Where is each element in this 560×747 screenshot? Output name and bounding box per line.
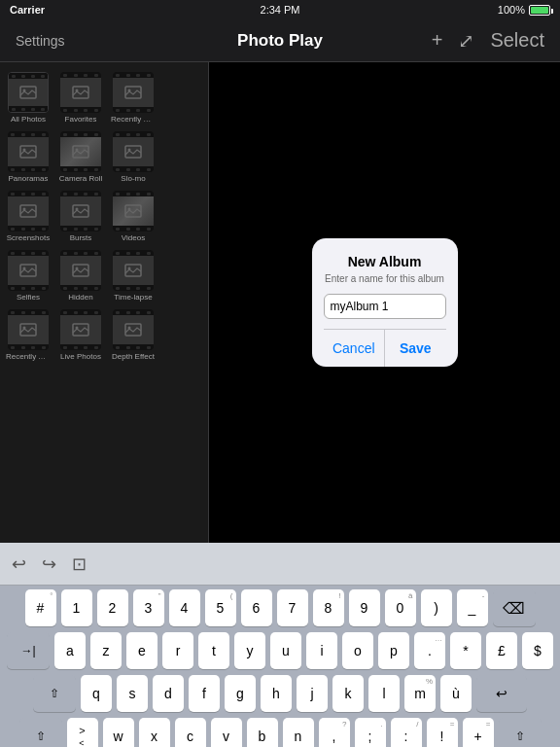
key-f[interactable]: f <box>189 675 220 712</box>
sidebar-album-item[interactable]: Favorites <box>58 72 103 124</box>
album-label: Selfies <box>17 293 40 302</box>
key-dollar[interactable]: $ <box>522 632 553 669</box>
content-area: New Album Enter a name for this album Ca… <box>209 62 560 543</box>
key-2[interactable]: 2 <box>97 589 128 626</box>
album-label: Videos <box>122 233 145 242</box>
key-p[interactable]: p <box>378 632 409 669</box>
key-hash[interactable]: #° <box>25 589 56 626</box>
key-z[interactable]: z <box>90 632 122 669</box>
key-colon[interactable]: :/ <box>391 718 422 747</box>
key-row-1: #° 1 2 3" 4 5( 6 7 8! 9 0à ) _- ⌫ <box>2 589 558 626</box>
sidebar-album-item[interactable]: All Photos <box>6 72 51 124</box>
key-c[interactable]: c <box>175 718 206 747</box>
album-label: Time-lapse <box>114 293 152 302</box>
key-8[interactable]: 8! <box>313 589 344 626</box>
key-d[interactable]: d <box>153 675 184 712</box>
key-x[interactable]: x <box>139 718 170 747</box>
sidebar-album-item[interactable]: Screenshots <box>6 191 51 242</box>
page-title: Photo Play <box>237 31 323 51</box>
paste-icon[interactable]: ⊡ <box>72 553 87 575</box>
key-row-3: ⇧ q s d f g h j k l m% ù ↩ <box>2 675 558 712</box>
dialog-subtitle: Enter a name for this album <box>324 273 446 284</box>
nav-bar: Settings Photo Play + ⤢ Select <box>0 19 560 62</box>
keyboard-rows: #° 1 2 3" 4 5( 6 7 8! 9 0à ) _- ⌫ →| a z… <box>0 586 560 747</box>
nav-actions: + ⤢ Select <box>432 29 544 53</box>
key-e[interactable]: e <box>126 632 158 669</box>
tab-key[interactable]: →| <box>7 632 50 669</box>
album-name-input[interactable] <box>324 294 446 319</box>
sidebar-album-item[interactable]: Videos <box>111 191 156 242</box>
key-q[interactable]: q <box>81 675 112 712</box>
key-row-2: →| a z e r t y u i o p .… * £ $ <box>2 632 558 669</box>
key-t[interactable]: t <box>198 632 229 669</box>
redo-icon[interactable]: ↪ <box>42 553 56 575</box>
sidebar-album-item[interactable]: Recently De... <box>111 72 156 124</box>
key-v[interactable]: v <box>211 718 242 747</box>
key-o[interactable]: o <box>342 632 373 669</box>
key-pound[interactable]: £ <box>486 632 517 669</box>
sidebar-album-item[interactable]: Depth Effect <box>111 309 156 361</box>
add-icon[interactable]: + <box>432 29 443 52</box>
key-dot-alt[interactable]: .… <box>414 632 445 669</box>
key-0[interactable]: 0à <box>385 589 416 626</box>
shift-key[interactable]: ⇧ <box>33 675 76 712</box>
key-plus[interactable]: += <box>463 718 494 747</box>
sidebar-album-item[interactable]: Hidden <box>58 250 103 302</box>
sidebar-album-item[interactable]: Slo-mo <box>111 131 156 183</box>
key-semi[interactable]: ;. <box>355 718 386 747</box>
main-area: All Photos <box>0 62 560 543</box>
expand-icon[interactable]: ⤢ <box>458 29 474 53</box>
dialog-title: New Album <box>324 254 446 269</box>
key-w[interactable]: w <box>103 718 134 747</box>
key-dash[interactable]: _- <box>457 589 488 626</box>
key-gt[interactable]: >< <box>67 718 98 747</box>
key-s[interactable]: s <box>117 675 148 712</box>
key-4[interactable]: 4 <box>169 589 200 626</box>
key-5[interactable]: 5( <box>205 589 236 626</box>
return-key[interactable]: ↩ <box>476 675 527 712</box>
sidebar-album-item[interactable]: Panoramas <box>6 131 51 183</box>
shift-right-key[interactable]: ⇧ <box>499 718 542 747</box>
save-button[interactable]: Save <box>385 330 446 367</box>
key-r[interactable]: r <box>162 632 193 669</box>
shift-left-key[interactable]: ⇧ <box>19 718 62 747</box>
key-3[interactable]: 3" <box>133 589 164 626</box>
album-label: Slo-mo <box>121 174 145 183</box>
key-g[interactable]: g <box>225 675 256 712</box>
key-i[interactable]: i <box>306 632 337 669</box>
time-label: 2:34 PM <box>261 4 300 16</box>
key-j[interactable]: j <box>297 675 328 712</box>
key-7[interactable]: 7 <box>277 589 308 626</box>
key-u[interactable]: u <box>270 632 301 669</box>
key-l[interactable]: l <box>368 675 400 712</box>
key-y[interactable]: y <box>234 632 265 669</box>
key-a[interactable]: a <box>54 632 86 669</box>
key-excl[interactable]: != <box>427 718 458 747</box>
key-9[interactable]: 9 <box>349 589 380 626</box>
sidebar-album-item[interactable]: Time-lapse <box>111 250 156 302</box>
key-1[interactable]: 1 <box>61 589 92 626</box>
key-comma-qmark[interactable]: ,? <box>319 718 350 747</box>
key-6[interactable]: 6 <box>241 589 272 626</box>
key-rparen[interactable]: ) <box>421 589 452 626</box>
sidebar-album-item[interactable]: Recently Ad... <box>6 309 51 361</box>
key-ugrave[interactable]: ù <box>440 675 472 712</box>
select-button[interactable]: Select <box>490 29 544 52</box>
dialog-overlay: New Album Enter a name for this album Ca… <box>209 62 560 543</box>
sidebar-album-item[interactable]: Camera Roll <box>58 131 103 183</box>
sidebar-album-item[interactable]: Bursts <box>58 191 103 242</box>
key-m[interactable]: m% <box>404 675 436 712</box>
sidebar: All Photos <box>0 62 209 543</box>
settings-button[interactable]: Settings <box>16 33 65 49</box>
cancel-button[interactable]: Cancel <box>324 330 386 367</box>
battery-icon <box>529 5 550 16</box>
sidebar-album-item[interactable]: Live Photos <box>58 309 103 361</box>
key-star[interactable]: * <box>450 632 481 669</box>
key-b[interactable]: b <box>247 718 278 747</box>
key-k[interactable]: k <box>332 675 364 712</box>
key-n[interactable]: n <box>283 718 314 747</box>
key-h[interactable]: h <box>261 675 292 712</box>
undo-icon[interactable]: ↩ <box>12 553 26 575</box>
sidebar-album-item[interactable]: Selfies <box>6 250 51 302</box>
delete-key[interactable]: ⌫ <box>493 589 536 626</box>
